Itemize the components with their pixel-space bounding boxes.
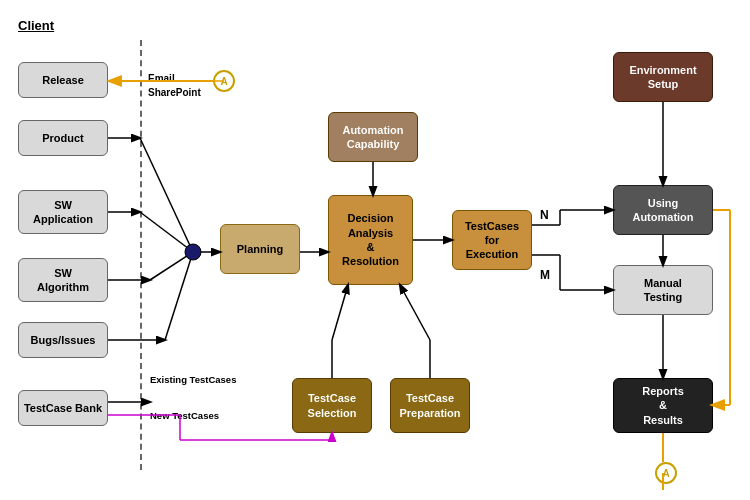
- testcase-bank-box: TestCase Bank: [18, 390, 108, 426]
- svg-point-9: [185, 244, 201, 260]
- svg-line-6: [150, 252, 193, 280]
- bugs-issues-box: Bugs/Issues: [18, 322, 108, 358]
- testcase-preparation-box: TestCasePreparation: [390, 378, 470, 433]
- email-sharepoint-label: EmailSharePoint: [148, 72, 201, 100]
- testcase-selection-box: TestCaseSelection: [292, 378, 372, 433]
- m-label: M: [540, 268, 550, 282]
- dashed-separator: [140, 40, 142, 470]
- product-box: Product: [18, 120, 108, 156]
- testcases-execution-box: TestCasesforExecution: [452, 210, 532, 270]
- svg-line-25: [332, 285, 348, 340]
- circle-annotation-bottom: A: [655, 462, 677, 484]
- svg-line-8: [165, 252, 193, 340]
- reports-results-box: Reports&Results: [613, 378, 713, 433]
- manual-testing-box: ManualTesting: [613, 265, 713, 315]
- svg-line-2: [140, 138, 193, 252]
- svg-line-4: [140, 212, 193, 252]
- decision-analysis-box: DecisionAnalysis&Resolution: [328, 195, 413, 285]
- automation-capability-box: AutomationCapability: [328, 112, 418, 162]
- sw-application-box: SWApplication: [18, 190, 108, 234]
- existing-testcases-label: Existing TestCases: [150, 374, 236, 385]
- new-testcases-label: New TestCases: [150, 410, 219, 421]
- using-automation-box: UsingAutomation: [613, 185, 713, 235]
- sw-algorithm-box: SWAlgorithm: [18, 258, 108, 302]
- circle-annotation-top: A: [213, 70, 235, 92]
- svg-line-27: [400, 285, 430, 340]
- planning-box: Planning: [220, 224, 300, 274]
- client-label: Client: [18, 18, 54, 33]
- release-box: Release: [18, 62, 108, 98]
- environment-setup-box: EnvironmentSetup: [613, 52, 713, 102]
- n-label: N: [540, 208, 549, 222]
- diagram: Client Release Product SWApplication SWA…: [0, 0, 750, 500]
